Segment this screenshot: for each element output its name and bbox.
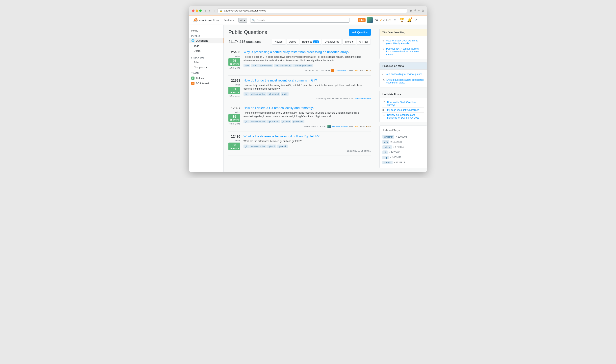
sidebar-item-jobs[interactable]: Jobs <box>189 60 223 65</box>
help-icon[interactable]: ? <box>414 17 418 23</box>
tag[interactable]: git-pull <box>267 144 276 148</box>
author-name[interactable]: GManNickG <box>336 69 347 72</box>
tag[interactable]: c# <box>383 150 388 154</box>
logo-stack: stack <box>199 18 206 22</box>
tabs-icon[interactable]: ⧉ <box>422 9 424 13</box>
team-pickles[interactable]: P Pickles <box>189 76 223 81</box>
tag[interactable]: java <box>244 64 250 67</box>
blog-link[interactable]: Vote for Stack Overflow in this year's W… <box>386 39 424 45</box>
search-input[interactable] <box>257 19 348 22</box>
teams-header: TEAMS + <box>189 70 223 76</box>
tag[interactable]: php <box>383 156 389 159</box>
asked-date: asked Jan 5 '10 at 1:12 <box>304 125 326 128</box>
list-item: 8 My flags keep getting declined <box>383 108 424 113</box>
hot-meta-link[interactable]: How to cite Stack Overflow surveys <box>387 101 424 106</box>
tag[interactable]: undo <box>281 92 288 96</box>
bronze-badge: ●155 <box>366 125 371 128</box>
silver-badge: ●10 <box>383 19 387 21</box>
tag[interactable]: version-control <box>249 120 267 123</box>
tag[interactable]: git-fetch <box>277 144 288 148</box>
dot-green[interactable] <box>199 10 202 12</box>
share-icon[interactable]: ⎙ <box>414 9 416 13</box>
list-item: java × 1772718 <box>383 139 424 144</box>
gold-badge: ●50 <box>355 69 358 72</box>
tag[interactable]: git <box>244 144 249 148</box>
list-item: python × 1708852 <box>383 144 424 150</box>
hot-meta-link[interactable]: My flags keep getting declined <box>387 109 419 111</box>
url-bar[interactable]: 🔒 stackoverflow.com/questions?tab=Votes <box>218 8 407 13</box>
ask-question-button[interactable]: Ask Question <box>349 29 371 36</box>
sidebar-button[interactable]: ⊡ <box>213 9 215 13</box>
tag[interactable]: python <box>383 145 392 149</box>
filter-button[interactable]: ⚙ Filter <box>357 39 371 45</box>
tag[interactable]: android <box>383 161 393 164</box>
new-tab-icon[interactable]: + <box>418 9 420 13</box>
avatar[interactable] <box>367 17 373 23</box>
tag[interactable]: java <box>383 140 389 144</box>
hamburger-icon[interactable]: ☰ <box>419 17 424 23</box>
tag[interactable]: performance <box>258 64 274 67</box>
filter-more[interactable]: More ▾ <box>342 39 356 45</box>
question-content-3: How do I delete a Git branch locally and… <box>244 106 371 128</box>
list-item: 13 Review our languages and platforms fo… <box>383 113 424 120</box>
tag[interactable]: cpu-architecture <box>274 64 292 67</box>
question-meta-2: community wiki 87 revs, 58 users 13% Pet… <box>244 97 371 100</box>
sidebar-item-tags[interactable]: Tags <box>189 43 223 48</box>
featured-meta-widget: Featured on Meta □ New onboarding for re… <box>379 62 427 87</box>
products-button[interactable]: Products <box>222 18 235 22</box>
author-name[interactable]: Matthew Rankin <box>332 125 347 128</box>
teams-add-button[interactable]: + <box>219 71 221 75</box>
tag[interactable]: c++ <box>251 64 257 67</box>
tag[interactable]: git-push <box>281 120 291 123</box>
notifications-icon[interactable]: 🔔 <box>406 17 412 23</box>
filter-active[interactable]: Active <box>287 39 299 45</box>
tag[interactable]: javascript <box>383 135 394 139</box>
page-title: Public Questions <box>228 29 267 35</box>
question-excerpt: I want to delete a branch both locally a… <box>244 111 371 118</box>
tag[interactable]: git <box>244 92 249 96</box>
sidebar-item-questions[interactable]: Questions <box>189 38 223 43</box>
sidebar-item-home[interactable]: Home <box>189 28 223 33</box>
hot-meta-link[interactable]: Review our languages and platforms for D… <box>387 114 424 119</box>
view-count: 8.8m views <box>229 123 240 125</box>
tag[interactable]: git <box>244 120 249 123</box>
refresh-icon[interactable]: ↻ <box>410 9 412 13</box>
question-title[interactable]: Why is processing a sorted array faster … <box>244 50 371 54</box>
team-so-internal[interactable]: S SO Internal <box>189 81 223 86</box>
tag[interactable]: version-control <box>249 92 267 96</box>
tag[interactable]: git-commit <box>267 92 280 96</box>
forward-button[interactable]: › <box>208 9 211 13</box>
sidebar-item-companies[interactable]: Companies <box>189 65 223 70</box>
question-title[interactable]: How do I undo the most recent local comm… <box>244 79 371 82</box>
author-avatar <box>328 125 331 128</box>
back-button[interactable]: ‹ <box>204 9 206 13</box>
question-stats-1: 25458 votes 26 answers 1.6m views <box>228 50 240 72</box>
list-item: 16 How to cite Stack Overflow surveys <box>383 100 424 108</box>
dot-yellow[interactable] <box>196 10 198 12</box>
tag[interactable]: branch-prediction <box>293 64 313 67</box>
questions-bar: 21,174,115 questions Newest Active Bount… <box>228 39 371 45</box>
meta-link[interactable]: Should questions about obfuscated code b… <box>386 78 424 84</box>
question-excerpt: I accidentally committed the wrong files… <box>244 83 371 91</box>
filter-bountied[interactable]: Bountied 379 <box>300 39 321 45</box>
question-title[interactable]: How do I delete a Git branch locally and… <box>244 106 371 110</box>
browser-nav: ‹ › ⊡ <box>204 9 215 13</box>
filter-unanswered[interactable]: Unanswered <box>322 39 342 45</box>
tag[interactable]: version-control <box>249 144 267 148</box>
sidebar-item-users[interactable]: Users <box>189 48 223 53</box>
tag[interactable]: git-branch <box>267 120 280 123</box>
question-title[interactable]: What is the difference between 'git pull… <box>244 135 371 138</box>
main-layout: Home PUBLIC Questions Tags Users FIND A … <box>189 25 427 172</box>
author-name[interactable]: Peter Mortensen <box>355 97 371 100</box>
so-logo[interactable]: stackoverflow <box>192 17 219 23</box>
filter-newest[interactable]: Newest <box>272 39 286 45</box>
achievements-icon[interactable]: 🏆 <box>399 17 405 23</box>
inbox-icon[interactable]: ✉ <box>393 17 397 23</box>
list-item: javascript × 2209004 <box>383 134 424 139</box>
globe-icon <box>191 39 194 42</box>
tag[interactable]: git-remote <box>292 120 305 123</box>
search-scope-dropdown[interactable]: All ▾ <box>238 18 247 23</box>
blog-link[interactable]: Podcast 334: A curious journey from pers… <box>386 47 424 56</box>
dot-red[interactable] <box>192 10 194 12</box>
meta-link[interactable]: New onboarding for review queues <box>386 73 422 76</box>
